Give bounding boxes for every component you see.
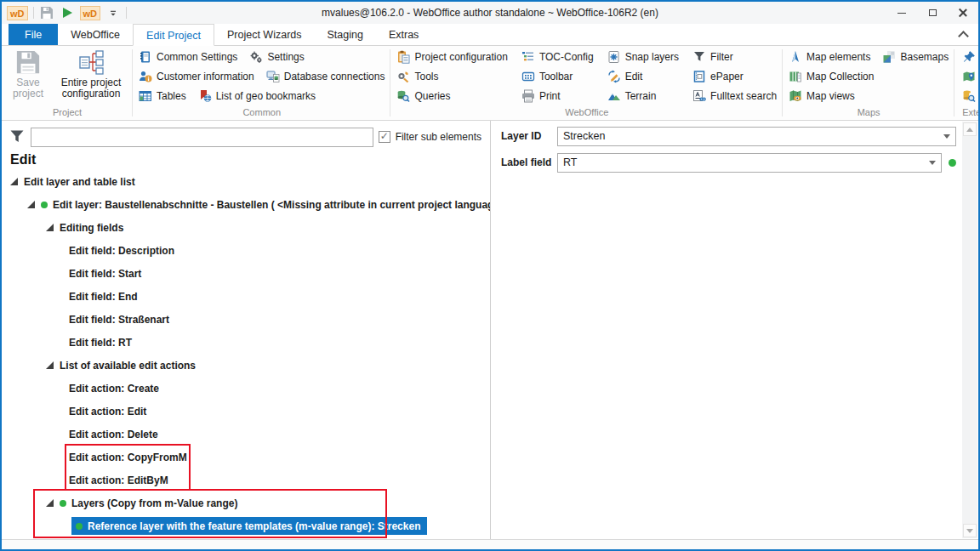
ribbon-tab-strip: File WebOffice Edit Project Project Wiza… bbox=[2, 24, 978, 46]
basemaps-button[interactable]: Basemaps bbox=[882, 49, 949, 65]
tree-item-edit-action-editbym[interactable]: Edit action: EditByM bbox=[2, 469, 490, 491]
map-elements-button[interactable]: Map elements bbox=[789, 49, 870, 65]
database-search-icon[interactable] bbox=[962, 89, 976, 103]
tree-item-edit-field-description[interactable]: Edit field: Description bbox=[2, 239, 490, 262]
common-settings-label: Common Settings bbox=[157, 51, 237, 63]
tab-project-wizards[interactable]: Project Wizards bbox=[214, 24, 315, 45]
project-configuration-button[interactable]: Project configuration bbox=[396, 49, 507, 65]
map-collection-button[interactable]: Map Collection bbox=[789, 69, 874, 84]
tab-edit-project[interactable]: Edit Project bbox=[133, 24, 214, 46]
tree-item-edit-field-strassenart[interactable]: Edit field: Straßenart bbox=[2, 308, 490, 331]
expanded-arrow-icon[interactable] bbox=[46, 499, 54, 507]
layer-id-value: Strecken bbox=[563, 130, 605, 142]
map-views-button[interactable]: Map views bbox=[789, 88, 855, 104]
ribbon: Save project Entire project configuratio… bbox=[2, 46, 978, 121]
database-connections-label: Database connections bbox=[284, 71, 385, 82]
settings-button[interactable]: Settings bbox=[249, 49, 304, 65]
entire-project-configuration-button[interactable]: Entire project configuration bbox=[52, 46, 130, 107]
list-of-geo-bookmarks-button[interactable]: List of geo bookmarks bbox=[198, 88, 316, 104]
layer-id-dropdown[interactable]: Strecken bbox=[557, 127, 956, 146]
filter-input[interactable] bbox=[31, 128, 373, 147]
map-collection-icon bbox=[789, 70, 802, 83]
scroll-down-button[interactable] bbox=[963, 524, 977, 537]
filter-button[interactable]: Filter bbox=[692, 49, 777, 65]
tables-button[interactable]: Tables bbox=[139, 88, 186, 104]
tree-item-label: Edit field: Start bbox=[69, 268, 141, 280]
tree-item-edit-field-rt[interactable]: Edit field: RT bbox=[2, 331, 490, 354]
minimize-button[interactable] bbox=[886, 2, 917, 24]
ribbon-group-common: Common Settings Settings Customer inform… bbox=[133, 46, 390, 120]
group-label-maps: Maps bbox=[785, 107, 952, 120]
wd-logo-icon[interactable]: wD bbox=[7, 6, 28, 20]
label-field-dropdown[interactable]: RT bbox=[557, 153, 942, 173]
entire-project-configuration-label: Entire project configuration bbox=[52, 77, 130, 100]
gears-icon bbox=[249, 50, 263, 64]
maximize-button[interactable] bbox=[917, 2, 948, 24]
chevron-down-icon bbox=[929, 161, 936, 165]
content-area: Filter sub elements Edit Edit layer and … bbox=[2, 121, 978, 539]
tree-item-edit-action-create[interactable]: Edit action: Create bbox=[2, 377, 490, 400]
tab-file[interactable]: File bbox=[9, 24, 58, 45]
tree-item-edit-action-copyfromm[interactable]: Edit action: CopyFromM bbox=[2, 446, 490, 469]
tree-item-layers-copy-from-m-value-range[interactable]: Layers (Copy from m-Value range) bbox=[2, 491, 490, 514]
expanded-arrow-icon[interactable] bbox=[46, 361, 54, 369]
toc-config-button[interactable]: TOC-Config bbox=[521, 49, 594, 65]
fulltext-search-label: Fulltext search bbox=[710, 90, 777, 102]
tree-item-edit-layer[interactable]: Edit layer: Baustellenabschnitte - Baust… bbox=[2, 193, 490, 216]
collapse-ribbon-icon[interactable] bbox=[960, 31, 966, 37]
run-button[interactable] bbox=[60, 5, 75, 20]
fulltext-search-icon bbox=[692, 89, 706, 103]
tree-item-edit-action-edit[interactable]: Edit action: Edit bbox=[2, 400, 490, 423]
tools-label: Tools bbox=[414, 71, 438, 82]
tree-item-edit-field-end[interactable]: Edit field: End bbox=[2, 285, 490, 308]
separator bbox=[126, 7, 127, 19]
save-project-button[interactable]: Save project bbox=[4, 46, 52, 107]
tree-item-editing-fields[interactable]: Editing fields bbox=[2, 216, 490, 239]
selected-tree-item[interactable]: Reference layer with the feature templat… bbox=[71, 517, 427, 535]
database-connections-button[interactable]: Database connections bbox=[266, 69, 385, 84]
pin-icon[interactable] bbox=[962, 50, 976, 64]
print-button[interactable]: Print bbox=[521, 88, 594, 104]
ribbon-group-maps: Map elements Basemaps Map Collection Map… bbox=[783, 46, 954, 120]
toolbar-label: Toolbar bbox=[539, 71, 573, 82]
queries-button[interactable]: Queries bbox=[396, 88, 507, 104]
save-button[interactable] bbox=[39, 5, 54, 20]
tree-item-edit-field-start[interactable]: Edit field: Start bbox=[2, 262, 490, 285]
tree-item-label: Edit field: RT bbox=[69, 337, 132, 349]
tab-extras[interactable]: Extras bbox=[376, 24, 431, 45]
filter-bar: Filter sub elements bbox=[2, 121, 490, 148]
window-title: mvalues@106.2.0 - WebOffice author stand… bbox=[2, 7, 978, 19]
tree-item-edit-action-delete[interactable]: Edit action: Delete bbox=[2, 423, 490, 446]
common-settings-button[interactable]: Common Settings bbox=[139, 49, 237, 65]
tree-item-reference-layer[interactable]: Reference layer with the feature templat… bbox=[2, 514, 490, 537]
tree-item-edit-layer-and-table-list[interactable]: Edit layer and table list bbox=[2, 170, 490, 193]
customize-quick-access-icon[interactable] bbox=[105, 5, 121, 20]
settings-label: Settings bbox=[267, 51, 304, 63]
close-button[interactable] bbox=[948, 2, 978, 24]
tab-staging[interactable]: Staging bbox=[315, 24, 376, 45]
fulltext-search-button[interactable]: Fulltext search bbox=[692, 88, 777, 104]
wd-logo-icon[interactable]: wD bbox=[80, 6, 101, 20]
tree-item-label: Edit action: EditByM bbox=[69, 474, 168, 486]
toolbar-button[interactable]: Toolbar bbox=[521, 69, 594, 84]
property-row-layer-id: Layer ID Strecken bbox=[501, 126, 956, 146]
terrain-button[interactable]: Terrain bbox=[607, 88, 679, 104]
snap-layers-button[interactable]: Snap layers bbox=[607, 49, 679, 65]
tree-item-label: Edit field: Description bbox=[69, 245, 174, 257]
vertical-scrollbar[interactable] bbox=[962, 122, 977, 538]
customer-information-button[interactable]: Customer information bbox=[139, 69, 254, 84]
expanded-arrow-icon[interactable] bbox=[27, 201, 35, 208]
app-window: mvalues@106.2.0 - WebOffice author stand… bbox=[0, 0, 980, 551]
terrain-label: Terrain bbox=[625, 90, 657, 102]
expanded-arrow-icon[interactable] bbox=[10, 178, 18, 185]
tab-weboffice[interactable]: WebOffice bbox=[58, 24, 133, 45]
epaper-button[interactable]: ePaper bbox=[692, 69, 777, 84]
save-icon bbox=[40, 6, 54, 20]
filter-sub-elements-checkbox[interactable] bbox=[379, 131, 390, 143]
tree-item-list-of-available-edit-actions[interactable]: List of available edit actions bbox=[2, 354, 490, 377]
scroll-up-button[interactable] bbox=[963, 122, 977, 136]
edit-button[interactable]: Edit bbox=[607, 69, 679, 84]
tools-button[interactable]: Tools bbox=[396, 69, 507, 84]
expanded-arrow-icon[interactable] bbox=[46, 224, 54, 231]
map-marker-search-icon[interactable] bbox=[962, 70, 976, 83]
